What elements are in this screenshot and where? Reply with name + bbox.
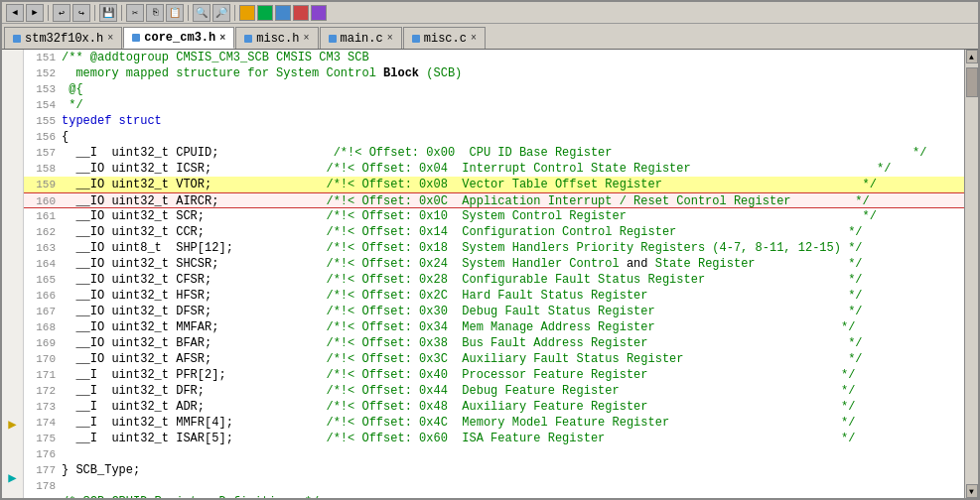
- tab-icon-stm32f10x: [13, 35, 21, 43]
- gutter-175: [2, 353, 23, 366]
- line-151: 151 /** @addtogroup CMSIS_CM3_SCB CMSIS …: [24, 50, 964, 65]
- gutter-165: [2, 226, 23, 239]
- sep2: [94, 5, 95, 21]
- tab-close-misc-c[interactable]: ×: [471, 33, 477, 44]
- gutter-180: ▶: [2, 416, 23, 432]
- gutter-181: [2, 432, 23, 444]
- gutter-183: [2, 457, 23, 470]
- tab-main-c[interactable]: main.c ×: [320, 27, 402, 49]
- forward-button[interactable]: ▶: [26, 4, 44, 22]
- tab-label-misc-c: misc.c: [424, 32, 467, 46]
- line-153: 153 @{: [24, 81, 964, 97]
- line-179: 179 /* SCB CPUID Register Definitions */: [24, 494, 964, 498]
- gutter-158: [2, 138, 23, 151]
- zoom-button[interactable]: 🔎: [212, 4, 230, 22]
- gutter-164: [2, 214, 23, 227]
- color-btn-5[interactable]: [311, 5, 327, 21]
- line-167: 167 __IO uint32_t DFSR; /*!< Offset: 0x3…: [24, 304, 964, 319]
- tab-label-stm32f10x: stm32f10x.h: [25, 32, 103, 46]
- tab-misc-h[interactable]: misc.h ×: [235, 27, 318, 49]
- gutter-157: [2, 125, 23, 138]
- line-152: 152 memory mapped structure for System C…: [24, 65, 964, 81]
- line-174: 174 __I uint32_t MMFR[4]; /*!< Offset: 0…: [24, 415, 964, 431]
- scroll-down-button[interactable]: ▼: [966, 484, 978, 498]
- tab-bar: stm32f10x.h × core_cm3.h × misc.h × main…: [2, 24, 978, 50]
- tab-icon-core-cm3: [132, 34, 140, 42]
- copy-button[interactable]: ⎘: [146, 4, 164, 22]
- search-button[interactable]: 🔍: [193, 4, 210, 22]
- gutter-156: [2, 113, 23, 126]
- gutter-152: [2, 62, 23, 75]
- line-155: 155 typedef struct: [24, 113, 964, 129]
- color-btn-2[interactable]: [257, 5, 273, 21]
- line-162: 162 __IO uint32_t CCR; /*!< Offset: 0x14…: [24, 224, 964, 240]
- color-btn-4[interactable]: [293, 5, 309, 21]
- editor-area: ▶ ▶ 151 /** @addtogroup CMSIS_CM3_SCB CM…: [2, 50, 978, 498]
- gutter-172: [2, 314, 23, 327]
- tab-icon-misc-h: [244, 35, 252, 43]
- line-164: 164 __IO uint32_t SHCSR; /*!< Offset: 0x…: [24, 256, 964, 272]
- gutter-185: [2, 486, 23, 499]
- tab-core-cm3-h[interactable]: core_cm3.h ×: [123, 27, 234, 49]
- tab-icon-misc-c: [412, 35, 420, 43]
- tab-close-misc-h[interactable]: ×: [303, 33, 309, 44]
- scroll-thumb[interactable]: [966, 67, 978, 97]
- gutter-154: [2, 87, 23, 100]
- line-172: 172 __I uint32_t DFR; /*!< Offset: 0x44 …: [24, 383, 964, 399]
- line-177: 177 } SCB_Type;: [24, 462, 964, 478]
- tab-label-core-cm3: core_cm3.h: [144, 31, 215, 45]
- sep5: [234, 5, 235, 21]
- gutter-159: [2, 151, 23, 164]
- scroll-up-button[interactable]: ▲: [966, 50, 978, 63]
- color-btn-1[interactable]: [239, 5, 255, 21]
- tab-close-stm32f10x[interactable]: ×: [107, 33, 113, 44]
- gutter-184: ▶: [2, 470, 23, 486]
- tab-label-misc-h: misc.h: [256, 32, 299, 46]
- tab-stm32f10x-h[interactable]: stm32f10x.h ×: [4, 27, 122, 49]
- tab-label-main-c: main.c: [341, 32, 383, 46]
- tab-close-core-cm3[interactable]: ×: [219, 33, 225, 44]
- gutter-182: [2, 444, 23, 457]
- gutter-174: [2, 340, 23, 353]
- redo-button[interactable]: ↪: [72, 4, 90, 22]
- app-window: ◀ ▶ ↩ ↪ 💾 ✂ ⎘ 📋 🔍 🔎 stm32f10x.h × core_c…: [0, 0, 980, 500]
- left-gutter: ▶ ▶: [2, 50, 24, 498]
- line-160: 160 __IO uint32_t AIRCR; /*!< Offset: 0x…: [24, 192, 964, 208]
- line-158: 158 __IO uint32_t ICSR; /*!< Offset: 0x0…: [24, 161, 964, 177]
- gutter-151: [2, 50, 23, 62]
- color-btn-3[interactable]: [275, 5, 291, 21]
- code-content-area[interactable]: 151 /** @addtogroup CMSIS_CM3_SCB CMSIS …: [24, 50, 964, 498]
- save-button[interactable]: 💾: [99, 4, 117, 22]
- paste-button[interactable]: 📋: [166, 4, 184, 22]
- tab-close-main-c[interactable]: ×: [387, 33, 393, 44]
- back-button[interactable]: ◀: [6, 4, 24, 22]
- cut-button[interactable]: ✂: [126, 4, 144, 22]
- line-171: 171 __I uint32_t PFR[2]; /*!< Offset: 0x…: [24, 367, 964, 383]
- gutter-167: [2, 252, 23, 265]
- vertical-scrollbar[interactable]: ▲ ▼: [964, 50, 978, 498]
- sep3: [121, 5, 122, 21]
- gutter-173: [2, 327, 23, 340]
- line-157: 157 __I uint32_t CPUID; /*!< Offset: 0x0…: [24, 145, 964, 161]
- gutter-179: [2, 404, 23, 417]
- gutter-171: [2, 303, 23, 315]
- gutter-178: [2, 391, 23, 404]
- line-178: 178: [24, 478, 964, 494]
- gutter-161: [2, 176, 23, 188]
- gutter-168: [2, 264, 23, 277]
- cyan-arrow-icon: ▶: [8, 469, 16, 486]
- gutter-169: [2, 277, 23, 290]
- line-156: 156 {: [24, 129, 964, 145]
- tab-misc-c[interactable]: misc.c ×: [403, 27, 486, 49]
- yellow-arrow-icon: ▶: [8, 416, 16, 433]
- gutter-166: [2, 239, 23, 252]
- gutter-153: [2, 74, 23, 87]
- undo-button[interactable]: ↩: [53, 4, 70, 22]
- line-161: 161 __IO uint32_t SCR; /*!< Offset: 0x10…: [24, 208, 964, 224]
- line-159: 159 __IO uint32_t VTOR; /*!< Offset: 0x0…: [24, 177, 964, 192]
- line-170: 170 __IO uint32_t AFSR; /*!< Offset: 0x3…: [24, 351, 964, 367]
- line-173: 173 __I uint32_t ADR; /*!< Offset: 0x48 …: [24, 399, 964, 415]
- line-163: 163 __IO uint8_t SHP[12]; /*!< Offset: 0…: [24, 240, 964, 256]
- sep1: [48, 5, 49, 21]
- gutter-163: [2, 201, 23, 214]
